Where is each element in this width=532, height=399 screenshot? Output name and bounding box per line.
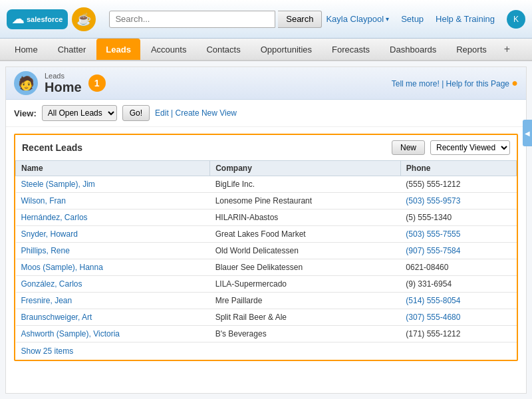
- recently-viewed-select[interactable]: Recently Viewed: [430, 140, 510, 155]
- lead-company-cell: LILA-Supermercado: [210, 276, 401, 293]
- lead-name-link[interactable]: Wilson, Fran: [21, 196, 66, 205]
- setup-link[interactable]: Setup: [401, 14, 424, 24]
- lead-phone-cell: 0621-08460: [400, 259, 516, 276]
- lead-phone-link[interactable]: (503) 555-7555: [406, 229, 460, 239]
- help-link[interactable]: Help & Training: [436, 14, 495, 24]
- lead-name-cell: González, Carlos: [16, 276, 210, 293]
- lead-company-cell: Mre Paillarde: [210, 293, 401, 309]
- nav-item-home[interactable]: Home: [5, 39, 47, 60]
- lead-name-link[interactable]: González, Carlos: [21, 279, 82, 289]
- nav-item-chatter[interactable]: Chatter: [49, 39, 96, 60]
- section-controls: New Recently Viewed: [392, 140, 510, 155]
- nav-item-leads[interactable]: Leads: [96, 39, 140, 60]
- lead-phone-cell: (514) 555-8054: [400, 293, 516, 309]
- lead-phone-link[interactable]: (514) 555-8054: [406, 296, 460, 305]
- lead-name-link[interactable]: Fresnire, Jean: [21, 296, 72, 305]
- notification-badge: 1: [88, 74, 106, 92]
- view-links: Edit | Create New View: [155, 108, 237, 118]
- nav-item-opportunities[interactable]: Opportunities: [251, 39, 321, 60]
- lead-name-link[interactable]: Steele (Sample), Jim: [21, 180, 95, 189]
- sub-header: 🧑 Leads Home 1 Tell me more! | Help for …: [6, 67, 526, 100]
- search-input[interactable]: [109, 11, 275, 28]
- lead-name-cell: Braunschweiger, Art: [16, 309, 210, 326]
- show-items-row: Show 25 items: [16, 342, 517, 360]
- logo-area: ☁ salesforce ☕: [7, 7, 96, 31]
- recent-leads-section: Recent Leads New Recently Viewed Name Co…: [14, 134, 518, 361]
- lead-company-cell: Great Lakes Food Market: [210, 226, 401, 243]
- breadcrumb-text: Leads Home: [45, 72, 82, 95]
- nav-item-contacts[interactable]: Contacts: [197, 39, 249, 60]
- table-row: González, CarlosLILA-Supermercado(9) 331…: [16, 276, 517, 293]
- lead-name-cell: Moos (Sample), Hanna: [16, 259, 210, 276]
- help-page-link[interactable]: Help for this Page: [446, 79, 509, 88]
- lead-company-cell: B's Beverages: [210, 326, 401, 342]
- create-view-link[interactable]: Create New View: [176, 108, 237, 118]
- view-select[interactable]: All Open Leads: [42, 105, 117, 121]
- section-header: Recent Leads New Recently Viewed: [15, 135, 517, 160]
- lead-phone-cell: (5) 555-1340: [400, 209, 516, 226]
- nav-item-reports[interactable]: Reports: [447, 39, 496, 60]
- breadcrumb-title: 🧑 Leads Home 1: [14, 71, 106, 95]
- lead-name-link[interactable]: Hernández, Carlos: [21, 213, 88, 222]
- new-lead-button[interactable]: New: [392, 140, 425, 155]
- lead-phone-link[interactable]: (503) 555-9573: [406, 196, 460, 205]
- lead-name-link[interactable]: Braunschweiger, Art: [21, 313, 92, 322]
- table-row: Wilson, FranLonesome Pine Restaurant(503…: [16, 193, 517, 209]
- nav-bar: Home Chatter Leads Accounts Contacts Opp…: [0, 39, 532, 61]
- lead-name-link[interactable]: Phillips, Rene: [21, 246, 70, 255]
- lead-phone-cell: (307) 555-4680: [400, 309, 516, 326]
- app-icon: ☕: [72, 7, 96, 31]
- lead-company-cell: Old World Delicatessen: [210, 243, 401, 259]
- top-header: ☁ salesforce ☕ Search Kayla Claypool Set…: [0, 0, 532, 39]
- user-name[interactable]: Kayla Claypool: [326, 14, 389, 24]
- tell-me-more-link[interactable]: Tell me more!: [392, 79, 440, 88]
- lead-phone-cell: (907) 555-7584: [400, 243, 516, 259]
- lead-phone-link[interactable]: (307) 555-4680: [406, 313, 460, 322]
- table-header: Name Company Phone: [16, 161, 517, 176]
- go-button[interactable]: Go!: [122, 105, 150, 121]
- nav-item-forecasts[interactable]: Forecasts: [323, 39, 379, 60]
- lead-name-cell: Snyder, Howard: [16, 226, 210, 243]
- cloud-icon: ☁: [12, 12, 24, 27]
- table-row: Steele (Sample), JimBigLife Inc.(555) 55…: [16, 176, 517, 193]
- table-row: Braunschweiger, ArtSplit Rail Beer & Ale…: [16, 309, 517, 326]
- lead-name-link[interactable]: Moos (Sample), Hanna: [21, 263, 103, 272]
- lead-name-link[interactable]: Ashworth (Sample), Victoria: [21, 329, 120, 338]
- nav-item-accounts[interactable]: Accounts: [142, 39, 196, 60]
- avatar[interactable]: K: [507, 10, 525, 29]
- lead-name-cell: Wilson, Fran: [16, 193, 210, 209]
- nav-more[interactable]: +: [497, 41, 517, 58]
- col-phone: Phone: [400, 161, 516, 176]
- lead-phone-cell: (503) 555-9573: [400, 193, 516, 209]
- table-row: Phillips, ReneOld World Delicatessen(907…: [16, 243, 517, 259]
- lead-phone-cell: (9) 331-6954: [400, 276, 516, 293]
- edit-view-link[interactable]: Edit: [155, 108, 169, 118]
- show-items-cell: Show 25 items: [16, 342, 517, 360]
- lead-name-link[interactable]: Snyder, Howard: [21, 229, 78, 239]
- col-name: Name: [16, 161, 210, 176]
- lead-phone-cell: (555) 555-1212: [400, 176, 516, 193]
- table-row: Snyder, HowardGreat Lakes Food Market(50…: [16, 226, 517, 243]
- lead-company-cell: BigLife Inc.: [210, 176, 401, 193]
- search-area: Search: [109, 11, 322, 28]
- lead-phone-link[interactable]: (907) 555-7584: [406, 246, 460, 255]
- sub-header-links: Tell me more! | Help for this Page ●: [392, 77, 518, 89]
- collapse-handle[interactable]: ◀: [523, 120, 532, 146]
- table-row: Moos (Sample), HannaBlauer See Delikates…: [16, 259, 517, 276]
- lead-name-cell: Steele (Sample), Jim: [16, 176, 210, 193]
- lead-phone-cell: (503) 555-7555: [400, 226, 516, 243]
- salesforce-logo: ☁ salesforce: [7, 9, 68, 29]
- search-button[interactable]: Search: [278, 11, 322, 28]
- lead-name-cell: Phillips, Rene: [16, 243, 210, 259]
- view-label: View:: [14, 108, 37, 118]
- show-items-link[interactable]: Show 25 items: [21, 346, 74, 356]
- lead-company-cell: Split Rail Beer & Ale: [210, 309, 401, 326]
- lead-name-cell: Fresnire, Jean: [16, 293, 210, 309]
- view-bar: View: All Open Leads Go! Edit | Create N…: [6, 100, 526, 127]
- lead-company-cell: Blauer See Delikatessen: [210, 259, 401, 276]
- leads-table: Name Company Phone Steele (Sample), JimB…: [15, 160, 517, 360]
- lead-name-cell: Ashworth (Sample), Victoria: [16, 326, 210, 342]
- logo-text: salesforce: [27, 15, 63, 23]
- nav-item-dashboards[interactable]: Dashboards: [380, 39, 446, 60]
- leads-body: Steele (Sample), JimBigLife Inc.(555) 55…: [16, 176, 517, 360]
